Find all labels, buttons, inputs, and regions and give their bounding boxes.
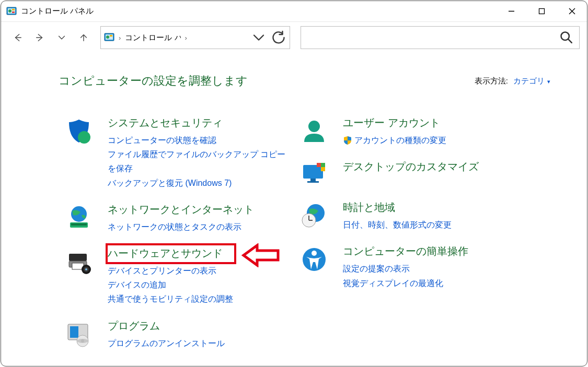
- up-button[interactable]: [74, 28, 93, 47]
- recent-locations-button[interactable]: [52, 28, 71, 47]
- annotation-arrow-left-icon: [241, 243, 281, 267]
- svg-rect-28: [70, 326, 78, 338]
- addr-sep-2: ›: [185, 34, 187, 42]
- category-network: ネットワークとインターネット ネットワークの状態とタスクの表示: [63, 203, 293, 234]
- svg-rect-3: [12, 9, 15, 10]
- forward-button[interactable]: [30, 28, 49, 47]
- titlebar: コントロール パネル: [1, 1, 587, 22]
- address-icon: [104, 32, 114, 43]
- link-file-history[interactable]: ファイル履歴でファイルのバックアップ コピーを保存: [108, 147, 293, 175]
- category-ease-of-access: コンピューターの簡単操作 設定の提案の表示 視覚ディスプレイの最適化: [298, 244, 571, 290]
- svg-rect-14: [110, 35, 112, 37]
- svg-point-31: [81, 339, 84, 342]
- svg-point-2: [8, 9, 11, 13]
- content: コンピューターの設定を調整します 表示方法: カテゴリ ▾: [1, 53, 587, 366]
- desktop-icon: [298, 160, 330, 188]
- svg-rect-37: [321, 163, 325, 167]
- addr-sep-1: ›: [119, 34, 121, 42]
- back-button[interactable]: [8, 28, 27, 47]
- search-box[interactable]: [301, 26, 580, 49]
- category-title-programs[interactable]: プログラム: [108, 319, 293, 333]
- svg-rect-20: [71, 223, 87, 226]
- category-clock-region: 時計と地域 日付、時刻、数値形式の変更: [298, 200, 571, 232]
- link-uninstall[interactable]: プログラムのアンインストール: [108, 336, 293, 350]
- category-column-left: システムとセキュリティ コンピューターの状態を確認 ファイル履歴でファイルのバッ…: [63, 116, 293, 363]
- category-title-ease[interactable]: コンピューターの簡単操作: [343, 244, 571, 258]
- svg-rect-6: [539, 9, 544, 14]
- category-hardware-sound: ハードウェアとサウンド デバイスとプリンターの表示 デバイスの追加 共通で使うモ…: [63, 246, 293, 306]
- programs-icon: [63, 319, 95, 347]
- address-dropdown-button[interactable]: [251, 30, 267, 45]
- link-add-device[interactable]: デバイスの追加: [108, 278, 293, 292]
- uac-shield-icon: [343, 136, 352, 145]
- category-programs: プログラム プログラムのアンインストール: [63, 319, 293, 350]
- clock-globe-icon: [298, 200, 330, 229]
- svg-point-32: [308, 121, 320, 132]
- svg-rect-38: [317, 167, 321, 171]
- category-user-accounts: ユーザー アカウント アカウントの種類の変更: [298, 116, 571, 147]
- link-network-status[interactable]: ネットワークの状態とタスクの表示: [108, 220, 293, 234]
- svg-rect-39: [321, 167, 325, 171]
- link-backup-restore[interactable]: バックアップと復元 (Windows 7): [108, 176, 293, 190]
- minimize-button[interactable]: [496, 1, 526, 22]
- svg-line-16: [568, 39, 572, 43]
- link-change-account-type-text: アカウントの種類の変更: [354, 133, 446, 147]
- svg-rect-36: [317, 163, 321, 167]
- address-bar[interactable]: › コントロール パネ... ›: [100, 26, 290, 49]
- category-appearance: デスクトップのカスタマイズ: [298, 160, 571, 188]
- category-title-clock[interactable]: 時計と地域: [343, 200, 571, 215]
- category-title-network[interactable]: ネットワークとインターネット: [108, 203, 293, 217]
- link-check-status[interactable]: コンピューターの状態を確認: [108, 133, 293, 147]
- shield-icon: [63, 116, 95, 144]
- printer-camera-icon: [63, 246, 95, 275]
- maximize-button[interactable]: [526, 1, 557, 22]
- search-icon[interactable]: [559, 30, 574, 45]
- link-mobility-settings[interactable]: 共通で使うモビリティ設定の調整: [108, 292, 293, 306]
- svg-rect-4: [12, 11, 15, 13]
- accessibility-icon: [298, 244, 330, 273]
- category-system-security: システムとセキュリティ コンピューターの状態を確認 ファイル履歴でファイルのバッ…: [63, 116, 293, 190]
- user-icon: [298, 116, 330, 144]
- category-title-system[interactable]: システムとセキュリティ: [108, 116, 293, 130]
- heading-row: コンピューターの設定を調整します 表示方法: カテゴリ ▾: [59, 73, 550, 89]
- svg-rect-35: [307, 181, 319, 183]
- category-title-users[interactable]: ユーザー アカウント: [343, 116, 571, 130]
- svg-rect-34: [310, 179, 316, 181]
- control-panel-icon: [6, 6, 17, 17]
- close-button[interactable]: [557, 1, 587, 22]
- link-settings-suggestion[interactable]: 設定の提案の表示: [343, 262, 571, 276]
- link-optimize-visual[interactable]: 視覚ディスプレイの最適化: [343, 276, 571, 290]
- svg-point-45: [312, 251, 317, 256]
- svg-point-26: [85, 268, 87, 270]
- chevron-down-icon: ▾: [546, 78, 550, 85]
- view-by-value[interactable]: カテゴリ ▾: [513, 76, 550, 86]
- link-change-account-type[interactable]: アカウントの種類の変更: [343, 133, 571, 147]
- globe-network-icon: [63, 203, 95, 231]
- page-heading: コンピューターの設定を調整します: [59, 73, 248, 89]
- svg-point-17: [78, 131, 90, 144]
- svg-point-13: [106, 35, 109, 39]
- window: コントロール パネル: [1, 1, 587, 366]
- link-date-time-format[interactable]: 日付、時刻、数値形式の変更: [343, 218, 571, 232]
- nav-row: › コントロール パネ... ›: [1, 22, 587, 53]
- view-by: 表示方法: カテゴリ ▾: [475, 76, 550, 86]
- view-by-value-text: カテゴリ: [513, 76, 545, 85]
- category-title-appearance[interactable]: デスクトップのカスタマイズ: [343, 160, 571, 174]
- titlebar-title: コントロール パネル: [21, 6, 94, 16]
- search-input[interactable]: [306, 33, 559, 42]
- category-column-right: ユーザー アカウント アカウントの種類の変更: [298, 116, 571, 363]
- address-text: コントロール パネ...: [125, 33, 180, 43]
- view-by-label: 表示方法:: [475, 76, 508, 86]
- refresh-button[interactable]: [271, 30, 286, 45]
- svg-rect-21: [69, 254, 87, 261]
